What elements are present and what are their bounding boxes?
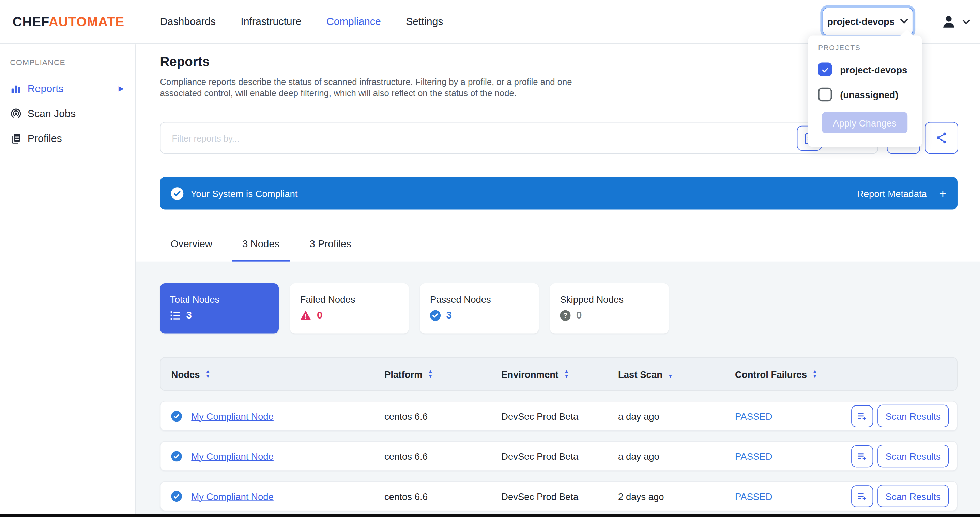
share-button[interactable] [925, 122, 958, 154]
playlist-add-icon [856, 490, 868, 502]
column-header-control-failures[interactable]: Control Failures ▲▼ [735, 369, 851, 379]
environment-cell: DevSec Prod Beta [501, 411, 618, 421]
scan-results-button[interactable]: Scan Results [877, 445, 949, 467]
control-failures-status: PASSED [735, 411, 851, 421]
top-navigation: Dashboards Infrastructure Compliance Set… [160, 16, 443, 28]
sidebar-section-heading: COMPLIANCE [0, 58, 135, 67]
bottom-edge-bar [0, 514, 980, 517]
card-title: Skipped Nodes [560, 294, 659, 305]
add-filter-button[interactable] [851, 445, 873, 467]
table-row: My Compliant Node centos 6.6 DevSec Prod… [160, 481, 958, 511]
scan-results-button[interactable]: Scan Results [877, 485, 949, 507]
logo-automate: AUTOMATE [49, 14, 124, 28]
card-title: Total Nodes [170, 294, 269, 305]
sidebar-item-label: Scan Jobs [28, 107, 76, 120]
projects-dropdown-panel: PROJECTS project-devops (unassigned) App… [808, 36, 922, 147]
environment-cell: DevSec Prod Beta [501, 491, 618, 501]
nav-dashboards[interactable]: Dashboards [160, 16, 216, 28]
node-stat-cards: Total Nodes 3 Failed Nodes 0 [160, 283, 956, 333]
table-row: My Compliant Node centos 6.6 DevSec Prod… [160, 401, 958, 431]
sort-icon[interactable]: ▲▼ [205, 369, 210, 379]
project-option-unassigned[interactable]: (unassigned) [818, 88, 913, 101]
project-option-devops[interactable]: project-devops [818, 62, 913, 76]
sort-icon[interactable]: ▲▼ [812, 369, 817, 379]
page-description: Compliance reports describe the status o… [160, 77, 592, 99]
checkbox-unchecked-icon[interactable] [818, 88, 832, 101]
tab-nodes[interactable]: 3 Nodes [232, 238, 290, 262]
sidebar-item-profiles[interactable]: Profiles [0, 126, 135, 151]
last-scan-cell: a day ago [618, 451, 735, 461]
add-filter-button[interactable] [851, 485, 873, 507]
question-circle-icon: ? [560, 310, 570, 321]
card-value: 3 [446, 310, 452, 321]
node-link[interactable]: My Compliant Node [191, 451, 274, 461]
compliance-sidebar: COMPLIANCE Reports ▶ Scan Jobs Profiles [0, 44, 135, 517]
playlist-add-icon [856, 450, 868, 462]
total-nodes-card[interactable]: Total Nodes 3 [160, 283, 279, 333]
sort-desc-icon[interactable]: ▼ [668, 375, 673, 378]
control-failures-status: PASSED [735, 491, 851, 501]
sidebar-item-label: Reports [28, 82, 64, 94]
tab-profiles[interactable]: 3 Profiles [299, 238, 362, 262]
projects-dropdown-title: PROJECTS [818, 44, 913, 51]
card-title: Failed Nodes [300, 294, 399, 305]
chevron-down-icon [963, 19, 970, 24]
sort-icon[interactable]: ▲▼ [564, 369, 569, 379]
project-selector-label: project-devops [827, 16, 894, 27]
nav-settings[interactable]: Settings [406, 16, 443, 28]
column-header-platform[interactable]: Platform ▲▼ [384, 369, 501, 379]
column-header-last-scan[interactable]: Last Scan ▼ [618, 369, 735, 379]
chef-automate-app: CHEFAUTOMATE Dashboards Infrastructure C… [0, 0, 980, 517]
card-value: 0 [576, 310, 582, 321]
check-circle-icon [172, 411, 182, 421]
project-selector-button[interactable]: project-devops [822, 8, 913, 36]
plus-icon: + [939, 187, 946, 199]
card-value: 0 [317, 310, 322, 321]
report-metadata-label: Report Metadata [857, 188, 927, 198]
chevron-down-icon [900, 19, 908, 24]
playlist-add-icon [856, 410, 868, 422]
radar-icon [10, 107, 22, 120]
tab-overview[interactable]: Overview [160, 238, 223, 262]
last-scan-cell: 2 days ago [618, 491, 735, 501]
warning-triangle-icon [300, 310, 311, 320]
sidebar-item-reports[interactable]: Reports ▶ [0, 76, 135, 101]
share-icon [935, 131, 948, 145]
column-header-nodes[interactable]: Nodes ▲▼ [172, 369, 384, 379]
card-value: 3 [186, 310, 192, 321]
environment-cell: DevSec Prod Beta [501, 451, 618, 461]
filter-reports-input[interactable] [160, 122, 878, 154]
nodes-table-header: Nodes ▲▼ Platform ▲▼ Environment ▲▼ Last… [160, 357, 958, 391]
project-option-label: (unassigned) [840, 89, 898, 100]
expand-arrow-icon[interactable]: ▶ [119, 84, 124, 93]
passed-nodes-card[interactable]: Passed Nodes 3 [420, 283, 539, 333]
scan-results-button[interactable]: Scan Results [877, 405, 949, 427]
sidebar-item-scan-jobs[interactable]: Scan Jobs [0, 101, 135, 126]
platform-cell: centos 6.6 [384, 451, 501, 461]
skipped-nodes-card[interactable]: Skipped Nodes ? 0 [550, 283, 668, 333]
add-filter-button[interactable] [851, 405, 873, 427]
failed-nodes-card[interactable]: Failed Nodes 0 [290, 283, 409, 333]
table-row: My Compliant Node centos 6.6 DevSec Prod… [160, 441, 958, 471]
user-menu[interactable] [941, 14, 970, 29]
platform-cell: centos 6.6 [384, 411, 501, 421]
control-failures-status: PASSED [735, 451, 851, 461]
compliance-status-banner: Your System is Compliant Report Metadata… [160, 177, 958, 209]
chef-automate-logo[interactable]: CHEFAUTOMATE [13, 14, 124, 29]
nav-infrastructure[interactable]: Infrastructure [240, 16, 301, 28]
node-link[interactable]: My Compliant Node [191, 491, 274, 501]
nodes-table: Nodes ▲▼ Platform ▲▼ Environment ▲▼ Last… [160, 357, 958, 511]
card-title: Passed Nodes [430, 294, 529, 305]
svg-text:?: ? [563, 311, 567, 319]
report-metadata-toggle[interactable]: Report Metadata + [857, 187, 946, 199]
checkbox-checked-icon[interactable] [818, 62, 832, 76]
column-header-environment[interactable]: Environment ▲▼ [501, 369, 618, 379]
apply-changes-button[interactable]: Apply Changes [822, 112, 907, 133]
last-scan-cell: a day ago [618, 411, 735, 421]
list-icon [170, 311, 181, 320]
check-circle-icon [172, 491, 182, 501]
nav-compliance[interactable]: Compliance [326, 16, 381, 28]
check-circle-icon [430, 310, 441, 321]
node-link[interactable]: My Compliant Node [191, 411, 274, 421]
sort-icon[interactable]: ▲▼ [428, 369, 433, 379]
